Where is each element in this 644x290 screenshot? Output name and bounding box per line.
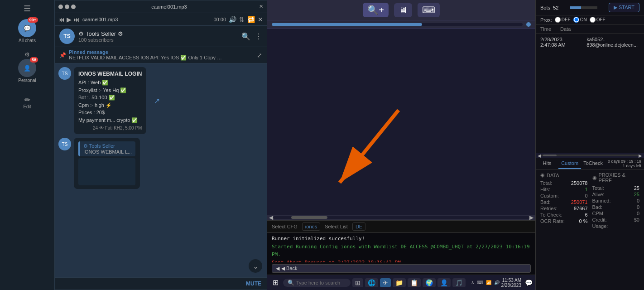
ocrrate-stat: OCR Rate: 0 % bbox=[540, 218, 588, 224]
taskbar-search-input[interactable] bbox=[296, 280, 346, 285]
zoom-button[interactable]: 🔍+ bbox=[363, 3, 389, 17]
audio-play-button[interactable]: ▶ bbox=[67, 16, 72, 23]
right-horizontal-scrollbar[interactable]: ◀ ▶ bbox=[536, 153, 644, 158]
stats-columns: ◉ DATA Total: 250078 Hits: 1 Custom: 0 bbox=[540, 172, 639, 229]
banned-stat: Banned: 0 bbox=[592, 198, 640, 204]
alive-value: 25 bbox=[634, 192, 639, 197]
scroll-right-arrow[interactable]: ▶ bbox=[529, 214, 533, 221]
scrollbar-thumb[interactable] bbox=[291, 216, 327, 219]
taskbar-music[interactable]: 🎵 bbox=[452, 278, 466, 287]
scroll-left-arrow[interactable]: ◀ bbox=[269, 214, 273, 221]
all-chats-label[interactable]: All chats bbox=[19, 38, 36, 43]
minimize-button[interactable] bbox=[58, 5, 63, 9]
prox-off-option[interactable]: OFF bbox=[590, 17, 606, 23]
start-button[interactable]: ▶ START bbox=[609, 3, 639, 12]
prox-def-option[interactable]: DEF bbox=[555, 17, 571, 23]
right-scroll-right[interactable]: ▶ bbox=[639, 153, 642, 158]
telegram-menu-button[interactable]: ☰ bbox=[24, 4, 31, 14]
audio-prev-button[interactable]: ⏮ bbox=[58, 16, 65, 23]
back-button[interactable]: ◀ ◀ Back bbox=[272, 264, 531, 273]
remote-desktop-button[interactable]: 🖥 bbox=[394, 3, 412, 17]
reply-author: ⚙ Tools Seller bbox=[83, 143, 132, 149]
banned-label: Banned: bbox=[592, 198, 611, 203]
taskbar-user[interactable]: 👤 bbox=[437, 278, 451, 287]
system-tray-expand[interactable]: ∧ bbox=[471, 280, 474, 285]
taskbar-clipboard[interactable]: 📋 bbox=[408, 278, 421, 287]
retries-stat: Retries: 97667 bbox=[540, 205, 588, 212]
taskbar-explorer[interactable]: 📁 bbox=[393, 278, 406, 287]
custom-stat: Custom: 0 bbox=[540, 193, 588, 199]
mute-button[interactable]: MUTE bbox=[246, 280, 261, 287]
window-close-icon[interactable]: ✕ bbox=[259, 4, 263, 10]
all-chats-badge[interactable]: 💬 99+ bbox=[18, 19, 36, 37]
taskbar-taskview[interactable]: ⊞ bbox=[352, 278, 363, 287]
taskbar-search-box[interactable]: 🔍 bbox=[283, 279, 351, 287]
channel-more-icon[interactable]: ⋮ bbox=[255, 32, 262, 41]
svg-line-1 bbox=[340, 110, 399, 183]
cpm-label: CPM: bbox=[592, 211, 605, 216]
hits-stat: Hits: 1 bbox=[540, 186, 588, 193]
right-panel-top: Bots: 52 ▶ START bbox=[536, 0, 644, 15]
bad-value: 250071 bbox=[571, 199, 588, 205]
log-area: Select CFG ionos Select List DE Runner i… bbox=[267, 220, 535, 275]
message-item-2: TS ⚙ Tools Seller IONOS WEBMAIL L... bbox=[58, 138, 263, 189]
close-button[interactable] bbox=[71, 5, 76, 9]
credit-stat: Credit: $0 bbox=[592, 217, 640, 223]
message-title-1: IONOS WEBMAIL LOGIN bbox=[78, 71, 142, 77]
scroll-down-button[interactable]: ⌄ bbox=[249, 259, 262, 273]
channel-avatar: TS bbox=[59, 29, 75, 44]
telegram-sidebar: ☰ 💬 99+ All chats ⚙ 👤 58 Personal ✏ Edit bbox=[0, 0, 54, 290]
prox-label: Prox: bbox=[540, 17, 552, 23]
progress-container bbox=[272, 23, 523, 26]
reply-preview: ⚙ Tools Seller IONOS WEBMAIL L... bbox=[78, 141, 135, 156]
notification-button[interactable]: 💬 bbox=[525, 279, 533, 286]
prox-on-option[interactable]: ON bbox=[573, 17, 587, 23]
channel-search-icon[interactable]: 🔍 bbox=[241, 32, 250, 41]
audio-volume-icon[interactable]: 🔊 bbox=[229, 16, 236, 23]
taskbar-clock[interactable]: 11:53 AM 2/28/2023 bbox=[501, 278, 522, 288]
stats-panel: ◉ DATA Total: 250078 Hits: 1 Custom: 0 bbox=[536, 169, 644, 290]
row-data: ka5052-898@online.dejoleen... bbox=[586, 37, 639, 48]
prox-bad-stat: Bad: 0 bbox=[592, 204, 640, 210]
maximize-button[interactable] bbox=[65, 5, 69, 9]
channel-header: TS ⚙ Tools Seller ⚙ 100 subscribers 🔍 ⋮ bbox=[55, 26, 267, 47]
log-line-2: Started Running Config ionos with Wordli… bbox=[272, 243, 531, 259]
filter-icon: ⚙ bbox=[24, 51, 30, 58]
audio-close-icon[interactable]: ✕ bbox=[258, 16, 263, 23]
personal-count: 58 bbox=[30, 57, 38, 63]
taskbar-edge[interactable]: 🌐 bbox=[365, 278, 378, 287]
edit-icon[interactable]: ✏ bbox=[24, 96, 30, 104]
annotation-arrow bbox=[326, 106, 417, 196]
log-body: Runner initialized succesfully! Started … bbox=[267, 233, 535, 262]
forward-icon[interactable]: ↗ bbox=[154, 97, 160, 105]
tab-hits[interactable]: Hits bbox=[536, 158, 558, 169]
tab-tocheck[interactable]: ToCheck bbox=[581, 158, 605, 169]
total-label: Total: bbox=[540, 180, 552, 186]
main-wrapper: ☰ 💬 99+ All chats ⚙ 👤 58 Personal ✏ Edit bbox=[0, 0, 644, 290]
scrollbar-track[interactable] bbox=[273, 216, 529, 219]
audio-next-button[interactable]: ⏭ bbox=[73, 16, 80, 23]
audio-repeat-icon[interactable]: 🔁 bbox=[247, 16, 255, 23]
center-horizontal-scrollbar[interactable]: ◀ ▶ bbox=[267, 215, 535, 220]
personal-badge[interactable]: 👤 58 bbox=[18, 59, 36, 77]
retries-label: Retries: bbox=[540, 206, 557, 211]
pinned-expand-icon[interactable]: ⤢ bbox=[257, 52, 262, 59]
personal-label[interactable]: Personal bbox=[18, 78, 36, 83]
cfg-value[interactable]: ionos bbox=[302, 222, 320, 231]
taskbar-browser2[interactable]: 🌍 bbox=[423, 278, 436, 287]
bad-stat: Bad: 250071 bbox=[540, 199, 588, 205]
taskbar-telegram-icon[interactable]: ✈ bbox=[380, 278, 391, 287]
edit-label[interactable]: Edit bbox=[23, 104, 31, 109]
right-scroll-left[interactable]: ◀ bbox=[538, 153, 541, 158]
right-scrollbar-thumb[interactable] bbox=[543, 155, 557, 156]
keyboard-button[interactable]: ⌨ bbox=[418, 3, 440, 17]
pinned-message-bar[interactable]: 📌 Pinned message NETFLIX VALID MAIL ACCE… bbox=[55, 47, 267, 63]
custom-value: 0 bbox=[585, 193, 587, 198]
list-value[interactable]: DE bbox=[352, 222, 365, 231]
audio-wave-icon[interactable]: ⇅ bbox=[239, 16, 245, 23]
start-button[interactable]: ⊞ bbox=[270, 277, 281, 288]
tab-custom[interactable]: Custom bbox=[558, 158, 581, 169]
right-scrollbar-track[interactable] bbox=[541, 155, 639, 156]
select-cfg-label: Select CFG bbox=[272, 224, 298, 229]
message-bubble-2: ⚙ Tools Seller IONOS WEBMAIL L... bbox=[74, 138, 140, 189]
